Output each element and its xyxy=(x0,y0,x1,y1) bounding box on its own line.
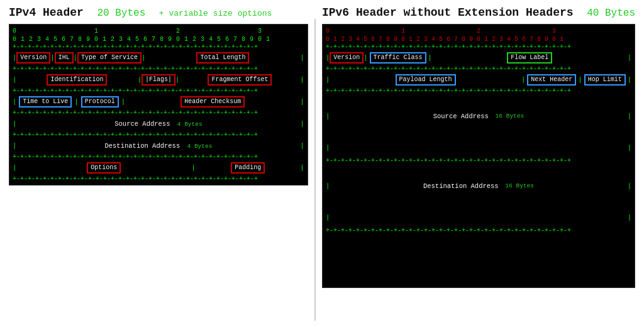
ipv4-title: IPv4 Header 20 Bytes + variable size opt… xyxy=(9,6,308,19)
pipe: | xyxy=(326,143,330,152)
pipe: | xyxy=(301,53,304,62)
ipv4-panel: IPv4 Header 20 Bytes + variable size opt… xyxy=(5,6,312,186)
type-of-service-field: Type of Service xyxy=(77,52,142,64)
pipe: | xyxy=(628,112,631,121)
total-length-field: Total Length xyxy=(196,52,249,64)
pipe: | xyxy=(301,119,304,128)
options-field: Options xyxy=(87,162,121,174)
ipv4-diagram: 0 1 2 3 0 1 2 3 4 5 6 7 8 9 0 1 2 3 4 5 … xyxy=(9,24,308,186)
ipv4-sep2: +-+-+-+-+-+-+-+-+-+-+-+-+-+-+-+-+-+-+-+-… xyxy=(13,87,304,94)
ipv4-options: + variable size options xyxy=(159,9,272,18)
pipe: | xyxy=(301,164,304,172)
ipv6-bit-row1: 0 1 2 3 4 5 6 7 8 9 0 1 2 3 4 5 6 7 8 9 … xyxy=(326,35,631,43)
ipv4-row1: | Version | IHL | Type of Service | Tota… xyxy=(13,50,304,65)
pipe: | xyxy=(326,213,330,222)
payload-length-field: Payload Length xyxy=(396,74,456,86)
ipv6-bit-row0: 0 1 2 3 xyxy=(326,27,631,35)
ipv4-sep6: +-+-+-+-+-+-+-+-+-+-+-+-+-+-+-+-+-+-+-+-… xyxy=(13,175,304,182)
ipv4-row6: | Options | Padding | xyxy=(13,160,304,175)
ipv6-row1: | Version | Traffic Class | Flow Label | xyxy=(326,50,631,65)
pipe: | xyxy=(301,97,304,106)
ttl-field: Time to Live xyxy=(19,96,72,108)
pipe: | xyxy=(628,53,631,62)
pipe: | xyxy=(628,75,631,84)
ipv6-sep0: +-+-+-+-+-+-+-+-+-+-+-+-+-+-+-+-+-+-+-+-… xyxy=(326,43,631,50)
pipe: | xyxy=(521,75,525,84)
ipv4-row4: | Source Address 4 Bytes | xyxy=(13,116,304,131)
pipe: | xyxy=(628,182,631,191)
ihl-field: IHL xyxy=(55,52,74,64)
pipe: | xyxy=(578,75,582,84)
ipv4-sep1: +-+-+-+-+-+-+-+-+-+-+-+-+-+-+-+-+-+-+-+-… xyxy=(13,65,304,72)
ipv6-row2: | Payload Length | Next Header | Hop Lim… xyxy=(326,72,631,87)
next-header-field: Next Header xyxy=(527,74,576,86)
hop-limit-field: Hop Limit xyxy=(584,74,626,86)
ipv6-title: IPv6 Header without Extension Headers 40… xyxy=(322,6,635,19)
pipe: | xyxy=(301,141,304,150)
flow-label-field: Flow Label xyxy=(507,52,552,64)
ipv6-bytes: 40 Bytes xyxy=(587,8,635,19)
ipv4-row2: | Identification | |Flags| | Fragment Of… xyxy=(13,72,304,87)
ipv4-sep5: +-+-+-+-+-+-+-+-+-+-+-+-+-+-+-+-+-+-+-+-… xyxy=(13,153,304,160)
pipe: | xyxy=(364,53,367,62)
ipv6-sep3: +-+-+-+-+-+-+-+-+-+-+-+-+-+-+-+-+-+-+-+-… xyxy=(326,157,631,164)
ipv6-src-bytes: 16 Bytes xyxy=(492,113,524,121)
version-field: Version xyxy=(16,52,50,64)
ipv4-title-text: IPv4 Header xyxy=(9,6,84,19)
padding-field: Padding xyxy=(231,162,265,174)
pipe: | xyxy=(74,97,78,106)
source-addr-bytes: 4 Bytes xyxy=(177,121,203,128)
ipv6-source-extra: | | xyxy=(326,138,631,157)
header-checksum-field: Header Checksum xyxy=(180,96,245,108)
ipv6-dest-block: | Destination Address 16 Bytes | xyxy=(326,164,631,208)
pipe: | xyxy=(301,75,304,84)
ipv4-bytes: 20 Bytes xyxy=(97,8,145,19)
ipv6-dest-extra: | | xyxy=(326,208,631,227)
ipv4-sep0: +-+-+-+-+-+-+-+-+-+-+-+-+-+-+-+-+-+-+-+-… xyxy=(13,43,304,50)
flags-field: |Flags| xyxy=(142,74,175,86)
ipv6-dst-bytes: 16 Bytes xyxy=(502,182,534,191)
ipv4-bit-row1: 0 1 2 3 4 5 6 7 8 9 0 1 2 3 4 5 6 7 8 9 … xyxy=(13,35,304,43)
ipv6-title-text: IPv6 Header without Extension Headers xyxy=(322,6,574,19)
ipv4-bit-row0: 0 1 2 3 xyxy=(13,27,304,35)
pipe: | xyxy=(628,213,631,222)
ipv6-source-block: | Source Address 16 Bytes | xyxy=(326,94,631,138)
ipv6-version-field: Version xyxy=(330,52,364,64)
ipv6-sep1: +-+-+-+-+-+-+-+-+-+-+-+-+-+-+-+-+-+-+-+-… xyxy=(326,65,631,72)
ipv6-sep2: +-+-+-+-+-+-+-+-+-+-+-+-+-+-+-+-+-+-+-+-… xyxy=(326,87,631,94)
fragment-offset-field: Fragment Offset xyxy=(208,74,272,86)
panel-divider xyxy=(314,19,316,321)
ipv4-row5: | Destination Address 4 Bytes | xyxy=(13,138,304,153)
traffic-class-field: Traffic Class xyxy=(370,52,426,64)
identification-field: Identification xyxy=(47,74,107,86)
protocol-field: Protocol xyxy=(81,96,119,108)
ipv4-sep3: +-+-+-+-+-+-+-+-+-+-+-+-+-+-+-+-+-+-+-+-… xyxy=(13,109,304,116)
ipv6-diagram: 0 1 2 3 0 1 2 3 4 5 6 7 8 9 0 1 2 3 4 5 … xyxy=(322,24,635,288)
ipv4-sep4: +-+-+-+-+-+-+-+-+-+-+-+-+-+-+-+-+-+-+-+-… xyxy=(13,131,304,138)
ipv6-panel: IPv6 Header without Extension Headers 40… xyxy=(318,6,639,288)
dest-addr-bytes: 4 Bytes xyxy=(187,143,213,150)
ipv4-row3: | Time to Live | Protocol | Header Check… xyxy=(13,94,304,109)
pipe: | xyxy=(628,143,631,152)
ipv6-sep4: +-+-+-+-+-+-+-+-+-+-+-+-+-+-+-+-+-+-+-+-… xyxy=(326,227,631,234)
pipe: | xyxy=(13,97,16,106)
